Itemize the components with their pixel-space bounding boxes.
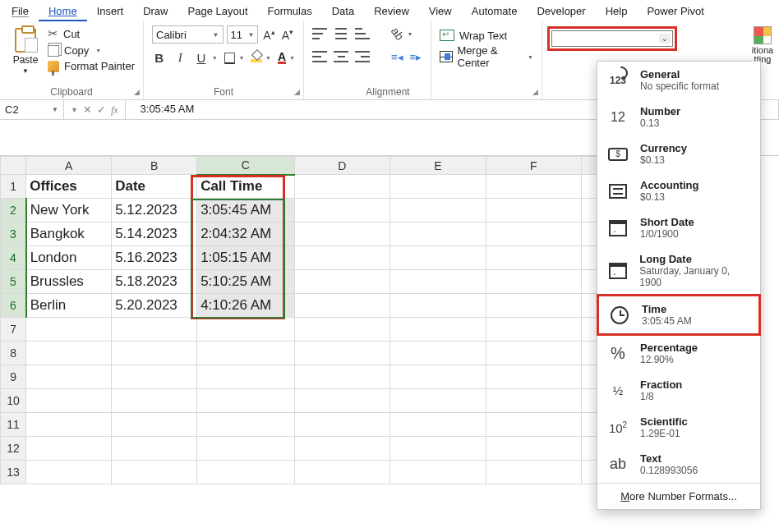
row-header-10[interactable]: 10 [1,389,26,413]
format-option-scientific[interactable]: 102Scientific1.29E-01 [597,409,760,446]
cell-E5[interactable] [390,270,486,294]
align-top-button[interactable] [312,28,327,39]
align-center-button[interactable] [334,51,348,62]
cell-F8[interactable] [486,342,581,365]
cell-F7[interactable] [486,318,581,342]
cell-D12[interactable] [294,437,390,461]
more-number-formats[interactable]: More Number Formats... [597,483,760,509]
bold-button[interactable]: B [152,51,167,65]
align-right-button[interactable] [355,51,370,62]
cell-A7[interactable] [26,318,112,342]
cell-B10[interactable] [112,389,197,413]
fx-icon[interactable]: fx [111,103,118,117]
cell-E8[interactable] [390,342,486,365]
dialog-launcher-icon[interactable]: ◢ [134,88,140,96]
col-header-E[interactable]: E [390,157,486,175]
cell-A6[interactable]: Berlin [26,294,112,318]
row-header-9[interactable]: 9 [1,365,26,389]
menu-home[interactable]: Home [39,2,87,21]
font-name-combo[interactable]: Calibri▼ [152,25,224,44]
cell-C12[interactable] [197,437,295,461]
enter-icon[interactable]: ✓ [97,103,106,116]
cell-E3[interactable] [390,222,486,246]
menu-power-pivot[interactable]: Power Pivot [637,2,713,21]
row-header-7[interactable]: 7 [1,318,26,342]
format-option-text[interactable]: abText0.128993056 [597,446,760,483]
cell-C6[interactable]: 4:10:26 AM [197,294,295,318]
cell-E11[interactable] [390,413,486,437]
row-header-3[interactable]: 3 [1,222,26,246]
borders-button[interactable] [224,53,236,64]
chevron-down-icon[interactable]: ▼ [408,31,413,37]
row-header-2[interactable]: 2 [1,199,26,222]
cancel-icon[interactable]: ✕ [83,103,92,116]
menu-data[interactable]: Data [322,2,364,21]
row-header-5[interactable]: 5 [1,270,26,294]
cell-B9[interactable] [112,365,197,389]
cell-D2[interactable] [294,199,390,222]
menu-insert[interactable]: Insert [87,2,134,21]
cell-B12[interactable] [112,437,197,461]
chevron-down-icon[interactable]: ▼ [212,55,218,61]
chevron-down-icon[interactable]: ▼ [528,54,533,60]
cell-A10[interactable] [26,389,112,413]
cell-F12[interactable] [486,437,581,461]
cell-D13[interactable] [294,461,390,484]
cell-C13[interactable] [197,461,295,484]
menu-view[interactable]: View [419,2,462,21]
cell-A12[interactable] [26,437,112,461]
cell-B1[interactable]: Date [112,175,197,199]
chevron-down-icon[interactable]: ▼ [289,55,295,61]
cell-E7[interactable] [390,318,486,342]
decrease-font-icon[interactable]: A▾ [280,28,295,42]
cell-E2[interactable] [390,199,486,222]
cell-E12[interactable] [390,437,486,461]
cell-F2[interactable] [486,199,581,222]
cell-A5[interactable]: Brussles [26,270,112,294]
cell-C3[interactable]: 2:04:32 AM [197,222,295,246]
row-header-8[interactable]: 8 [1,342,26,365]
format-painter-button[interactable]: Format Painter [48,60,135,72]
menu-review[interactable]: Review [364,2,419,21]
row-header-1[interactable]: 1 [1,175,26,199]
merge-center-button[interactable]: Merge & Center ▼ [440,46,533,67]
cell-D11[interactable] [294,413,390,437]
cut-button[interactable]: ✂ Cut [48,26,135,41]
cell-E1[interactable] [390,175,486,199]
italic-button[interactable]: I [173,51,188,65]
row-header-13[interactable]: 13 [1,461,26,484]
increase-font-icon[interactable]: A▴ [261,28,276,42]
cell-A13[interactable] [26,461,112,484]
cell-D4[interactable] [294,246,390,270]
select-all-corner[interactable] [1,157,26,175]
format-option-number[interactable]: 12Number0.13 [597,99,760,135]
cell-B4[interactable]: 5.16.2023 [112,246,197,270]
format-option-longdate[interactable]: Long DateSaturday, January 0, 1900 [597,246,760,295]
cell-B6[interactable]: 5.20.2023 [112,294,197,318]
cell-D10[interactable] [294,389,390,413]
cell-B7[interactable] [112,318,197,342]
cell-D6[interactable] [294,294,390,318]
chevron-down-icon[interactable]: ▼ [238,55,244,61]
cell-F4[interactable] [486,246,581,270]
cell-A11[interactable] [26,413,112,437]
cell-E6[interactable] [390,294,486,318]
cell-E4[interactable] [390,246,486,270]
cell-E9[interactable] [390,365,486,389]
cell-F13[interactable] [486,461,581,484]
orientation-button[interactable]: ab [389,25,407,43]
insert-function-dropdown-icon[interactable]: ▼ [71,106,78,114]
format-option-accounting[interactable]: Accounting$0.13 [597,172,760,209]
menu-page-layout[interactable]: Page Layout [178,2,258,21]
underline-button[interactable]: U [194,51,209,65]
cell-C10[interactable] [197,389,295,413]
cell-C11[interactable] [197,413,295,437]
align-bottom-button[interactable] [355,28,370,39]
cell-A4[interactable]: London [26,246,112,270]
cell-F10[interactable] [486,389,581,413]
row-header-12[interactable]: 12 [1,437,26,461]
cell-C8[interactable] [197,342,295,365]
cell-A8[interactable] [26,342,112,365]
cell-C7[interactable] [197,318,295,342]
cell-F1[interactable] [486,175,581,199]
